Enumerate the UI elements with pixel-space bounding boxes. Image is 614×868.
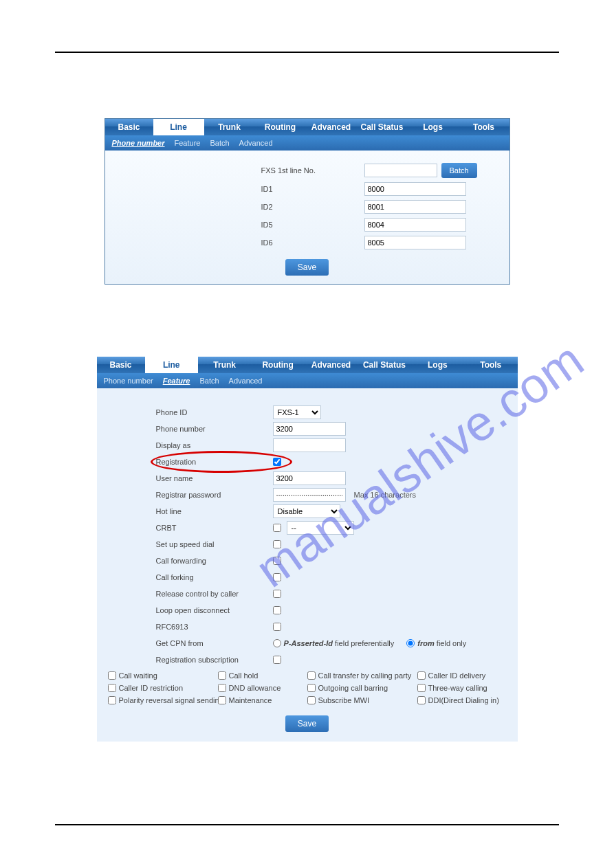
chk-caller-id-delivery[interactable]: Caller ID delivery (417, 671, 517, 680)
id6-input[interactable] (364, 236, 466, 249)
crbt-checkbox[interactable] (273, 524, 281, 532)
chk-polarity-reversal[interactable]: Polarity reversal signal sending (108, 696, 218, 704)
release-control-checkbox[interactable] (273, 590, 281, 598)
reg-subscription-label: Registration subscription (156, 656, 273, 664)
subnav-batch[interactable]: Batch (210, 139, 229, 147)
chk-call-hold[interactable]: Call hold (218, 671, 307, 680)
tab-line[interactable]: Line (153, 119, 204, 135)
user-name-input[interactable] (273, 471, 346, 485)
rfc6913-checkbox[interactable] (273, 623, 281, 631)
chk-call-waiting[interactable]: Call waiting (108, 671, 218, 680)
speed-dial-label: Set up speed dial (156, 540, 273, 548)
chk-call-transfer[interactable]: Call transfer by calling party (307, 671, 417, 680)
cpn-radio-from[interactable] (406, 639, 415, 647)
cpn-option-from[interactable]: from field only (406, 639, 466, 647)
tab2-logs[interactable]: Logs (411, 357, 464, 373)
phone-number-label: Phone number (156, 425, 273, 433)
phone-id-label: Phone ID (156, 408, 273, 416)
fxs-first-line-label: FXS 1st line No. (261, 166, 364, 175)
chk-subscribe-mwi[interactable]: Subscribe MWI (307, 696, 417, 704)
subnav2-feature[interactable]: Feature (163, 377, 190, 385)
tab2-line[interactable]: Line (145, 357, 198, 373)
tab2-trunk[interactable]: Trunk (198, 357, 251, 373)
loop-open-checkbox[interactable] (273, 606, 281, 614)
max-16-hint: Max 16 characters (354, 491, 416, 499)
get-cpn-label: Get CPN from (156, 639, 273, 647)
tab2-routing[interactable]: Routing (251, 357, 304, 373)
call-forwarding-checkbox[interactable] (273, 557, 281, 565)
phone-id-select[interactable]: FXS-1 (273, 405, 321, 419)
display-as-label: Display as (156, 441, 273, 449)
crbt-select[interactable]: -- (287, 521, 354, 535)
chk-outgoing-call-barring[interactable]: Outgoing call barring (307, 684, 417, 692)
save-button-2[interactable]: Save (285, 715, 329, 732)
id2-input[interactable] (364, 200, 466, 214)
hot-line-label: Hot line (156, 507, 273, 515)
call-forking-label: Call forking (156, 573, 273, 581)
top-nav: Basic Line Trunk Routing Advanced Call S… (105, 119, 509, 135)
chk-ddi[interactable]: DDI(Direct Dialing in) (417, 696, 517, 704)
feature-checkbox-grid: Call waiting Call hold Call transfer by … (108, 671, 512, 704)
id6-label: ID6 (261, 238, 364, 247)
user-name-label: User name (156, 474, 273, 482)
chk-maintenance[interactable]: Maintenance (218, 696, 307, 704)
fxs-first-line-input[interactable] (364, 164, 437, 177)
chk-three-way-calling[interactable]: Three-way calling (417, 684, 517, 692)
id5-label: ID5 (261, 221, 364, 229)
release-control-label: Release control by caller (156, 590, 273, 598)
hot-line-select[interactable]: Disable (273, 504, 340, 518)
bottom-divider (55, 824, 559, 825)
panel2-body: Phone ID FXS-1 Phone number Display as R… (97, 388, 518, 742)
panel1-body: FXS 1st line No. Batch ID1 ID2 ID5 ID6 (105, 151, 509, 284)
save-button-1[interactable]: Save (285, 259, 329, 276)
tab-basic[interactable]: Basic (105, 119, 153, 135)
subnav-advanced[interactable]: Advanced (239, 139, 273, 147)
chk-caller-id-restriction[interactable]: Caller ID restriction (108, 684, 218, 692)
tab-routing[interactable]: Routing (255, 119, 306, 135)
id1-label: ID1 (261, 185, 364, 193)
crbt-label: CRBT (156, 524, 273, 532)
registration-label: Registration (156, 458, 273, 466)
subnav2-advanced[interactable]: Advanced (229, 377, 263, 385)
top-divider (55, 52, 559, 53)
cpn-option-passerted[interactable]: P-Asserted-Id field preferentially (273, 639, 395, 647)
subnav2-phone-number[interactable]: Phone number (104, 377, 153, 385)
id5-input[interactable] (364, 218, 466, 232)
call-forking-checkbox[interactable] (273, 573, 281, 581)
id2-label: ID2 (261, 203, 364, 211)
rfc6913-label: RFC6913 (156, 623, 273, 631)
tab2-callstatus[interactable]: Call Status (358, 357, 410, 373)
tab-callstatus[interactable]: Call Status (357, 119, 408, 135)
tab-trunk[interactable]: Trunk (204, 119, 255, 135)
sub-nav-2: Phone number Feature Batch Advanced (97, 373, 518, 388)
registrar-password-input[interactable] (273, 488, 346, 502)
tab-advanced[interactable]: Advanced (306, 119, 357, 135)
call-forwarding-label: Call forwarding (156, 557, 273, 565)
batch-button[interactable]: Batch (441, 163, 477, 178)
top-nav-2: Basic Line Trunk Routing Advanced Call S… (97, 357, 518, 373)
speed-dial-checkbox[interactable] (273, 540, 281, 548)
chk-dnd-allowance[interactable]: DND allowance (218, 684, 307, 692)
tab-logs[interactable]: Logs (408, 119, 459, 135)
screenshot-panel-2: Basic Line Trunk Routing Advanced Call S… (97, 357, 518, 742)
reg-subscription-checkbox[interactable] (273, 656, 281, 664)
phone-number-input[interactable] (273, 422, 346, 436)
tab-tools[interactable]: Tools (459, 119, 509, 135)
id1-input[interactable] (364, 182, 466, 196)
registrar-password-label: Registrar password (156, 491, 273, 499)
sub-nav-1: Phone number Feature Batch Advanced (105, 135, 509, 151)
subnav-feature[interactable]: Feature (175, 139, 201, 147)
subnav-phone-number[interactable]: Phone number (112, 139, 165, 147)
loop-open-label: Loop open disconnect (156, 606, 273, 614)
display-as-input[interactable] (273, 438, 346, 452)
tab2-tools[interactable]: Tools (464, 357, 517, 373)
cpn-radio-passerted[interactable] (273, 639, 281, 647)
tab2-advanced[interactable]: Advanced (305, 357, 358, 373)
subnav2-batch[interactable]: Batch (199, 377, 219, 385)
tab2-basic[interactable]: Basic (97, 357, 145, 373)
registration-checkbox[interactable] (273, 458, 281, 466)
screenshot-panel-1: Basic Line Trunk Routing Advanced Call S… (105, 118, 510, 285)
